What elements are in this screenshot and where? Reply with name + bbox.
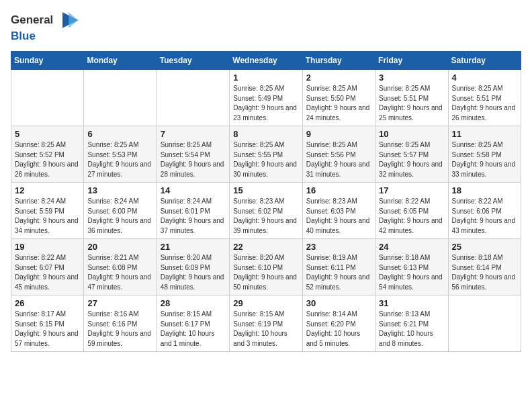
calendar-week-row: 26 Sunrise: 8:17 AM Sunset: 6:15 PM Dayl…: [11, 295, 521, 352]
calendar-cell: 12 Sunrise: 8:24 AM Sunset: 5:59 PM Dayl…: [11, 183, 84, 239]
day-info: Sunrise: 8:25 AM Sunset: 5:53 PM Dayligh…: [87, 140, 152, 179]
sunrise-text: Sunrise: 8:25 AM: [306, 141, 357, 148]
day-info: Sunrise: 8:15 AM Sunset: 6:17 PM Dayligh…: [161, 310, 226, 349]
day-info: Sunrise: 8:22 AM Sunset: 6:06 PM Dayligh…: [452, 197, 517, 236]
sunrise-text: Sunrise: 8:25 AM: [233, 141, 284, 148]
sunrise-text: Sunrise: 8:25 AM: [452, 141, 503, 148]
day-number: 17: [379, 185, 444, 195]
calendar-cell: 1 Sunrise: 8:25 AM Sunset: 5:49 PM Dayli…: [230, 70, 302, 126]
daylight-text: Daylight: 9 hours and 25 minutes.: [379, 104, 443, 122]
sunrise-text: Sunrise: 8:25 AM: [161, 141, 212, 148]
sunrise-text: Sunrise: 8:23 AM: [233, 197, 284, 205]
day-number: 14: [161, 185, 226, 195]
day-info: Sunrise: 8:22 AM Sunset: 6:05 PM Dayligh…: [379, 197, 444, 236]
sunset-text: Sunset: 5:59 PM: [15, 208, 64, 215]
logo-general-text: General: [11, 13, 53, 27]
sunrise-text: Sunrise: 8:25 AM: [87, 141, 138, 148]
calendar-week-row: 1 Sunrise: 8:25 AM Sunset: 5:49 PM Dayli…: [11, 70, 521, 126]
sunset-text: Sunset: 5:58 PM: [452, 151, 502, 158]
day-info: Sunrise: 8:25 AM Sunset: 5:58 PM Dayligh…: [452, 140, 517, 179]
logo-icon: [54, 11, 80, 30]
daylight-text: Daylight: 9 hours and 43 minutes.: [452, 217, 516, 234]
sunset-text: Sunset: 6:07 PM: [15, 264, 64, 271]
calendar-cell: 13 Sunrise: 8:24 AM Sunset: 6:00 PM Dayl…: [84, 183, 157, 239]
daylight-text: Daylight: 9 hours and 34 minutes.: [15, 217, 79, 234]
day-info: Sunrise: 8:25 AM Sunset: 5:56 PM Dayligh…: [306, 140, 371, 179]
sunset-text: Sunset: 6:21 PM: [379, 320, 429, 328]
day-info: Sunrise: 8:25 AM Sunset: 5:50 PM Dayligh…: [306, 84, 371, 123]
daylight-text: Daylight: 9 hours and 31 minutes.: [306, 161, 370, 178]
day-number: 13: [87, 185, 152, 195]
daylight-text: Daylight: 9 hours and 48 minutes.: [161, 273, 224, 291]
day-number: 22: [233, 242, 298, 252]
daylight-text: Daylight: 9 hours and 57 minutes.: [15, 330, 79, 347]
sunset-text: Sunset: 6:09 PM: [161, 264, 210, 271]
sunset-text: Sunset: 5:55 PM: [233, 151, 283, 158]
calendar-cell: 19 Sunrise: 8:22 AM Sunset: 6:07 PM Dayl…: [11, 239, 84, 295]
daylight-text: Daylight: 9 hours and 42 minutes.: [379, 217, 443, 234]
day-number: 5: [15, 129, 80, 139]
day-number: 18: [452, 185, 517, 195]
sunset-text: Sunset: 6:17 PM: [161, 320, 210, 328]
sunrise-text: Sunrise: 8:22 AM: [452, 197, 503, 205]
daylight-text: Daylight: 9 hours and 37 minutes.: [161, 217, 224, 234]
sunset-text: Sunset: 6:13 PM: [379, 264, 429, 271]
calendar-week-row: 12 Sunrise: 8:24 AM Sunset: 5:59 PM Dayl…: [11, 183, 521, 239]
sunset-text: Sunset: 6:10 PM: [233, 264, 283, 271]
weekday-header-cell: Friday: [375, 52, 448, 70]
calendar-cell: 20 Sunrise: 8:21 AM Sunset: 6:08 PM Dayl…: [84, 239, 157, 295]
daylight-text: Daylight: 9 hours and 56 minutes.: [452, 273, 516, 291]
sunset-text: Sunset: 6:16 PM: [87, 320, 137, 328]
daylight-text: Daylight: 9 hours and 33 minutes.: [452, 161, 516, 178]
sunrise-text: Sunrise: 8:22 AM: [15, 254, 66, 261]
weekday-header-cell: Thursday: [302, 52, 375, 70]
daylight-text: Daylight: 9 hours and 50 minutes.: [233, 273, 297, 291]
day-info: Sunrise: 8:14 AM Sunset: 6:20 PM Dayligh…: [306, 310, 371, 349]
sunrise-text: Sunrise: 8:18 AM: [379, 254, 430, 261]
day-info: Sunrise: 8:24 AM Sunset: 6:00 PM Dayligh…: [87, 197, 152, 236]
day-number: 2: [306, 73, 371, 83]
calendar-cell: 23 Sunrise: 8:19 AM Sunset: 6:11 PM Dayl…: [302, 239, 375, 295]
calendar-cell: [448, 295, 521, 352]
sunrise-text: Sunrise: 8:25 AM: [15, 141, 66, 148]
calendar-cell: 14 Sunrise: 8:24 AM Sunset: 6:01 PM Dayl…: [157, 183, 229, 239]
day-number: 11: [452, 129, 517, 139]
day-number: 7: [161, 129, 226, 139]
day-info: Sunrise: 8:15 AM Sunset: 6:19 PM Dayligh…: [233, 310, 298, 349]
sunset-text: Sunset: 6:03 PM: [306, 208, 356, 215]
calendar-cell: 16 Sunrise: 8:23 AM Sunset: 6:03 PM Dayl…: [302, 183, 375, 239]
day-info: Sunrise: 8:18 AM Sunset: 6:14 PM Dayligh…: [452, 253, 517, 292]
sunrise-text: Sunrise: 8:14 AM: [306, 310, 357, 318]
daylight-text: Daylight: 9 hours and 52 minutes.: [306, 273, 370, 291]
calendar-cell: [84, 70, 157, 126]
day-number: 25: [452, 242, 517, 252]
sunrise-text: Sunrise: 8:25 AM: [306, 85, 357, 92]
sunset-text: Sunset: 6:20 PM: [306, 320, 356, 328]
daylight-text: Daylight: 9 hours and 30 minutes.: [233, 161, 297, 178]
day-info: Sunrise: 8:24 AM Sunset: 6:01 PM Dayligh…: [161, 197, 226, 236]
sunrise-text: Sunrise: 8:17 AM: [15, 310, 66, 318]
calendar-cell: 30 Sunrise: 8:14 AM Sunset: 6:20 PM Dayl…: [302, 295, 375, 352]
day-info: Sunrise: 8:19 AM Sunset: 6:11 PM Dayligh…: [306, 253, 371, 292]
sunrise-text: Sunrise: 8:19 AM: [306, 254, 357, 261]
daylight-text: Daylight: 9 hours and 39 minutes.: [233, 217, 297, 234]
day-info: Sunrise: 8:21 AM Sunset: 6:08 PM Dayligh…: [87, 253, 152, 292]
calendar-cell: 10 Sunrise: 8:25 AM Sunset: 5:57 PM Dayl…: [375, 126, 448, 183]
daylight-text: Daylight: 10 hours and 1 minute.: [161, 330, 215, 347]
sunset-text: Sunset: 6:15 PM: [15, 320, 64, 328]
day-info: Sunrise: 8:23 AM Sunset: 6:03 PM Dayligh…: [306, 197, 371, 236]
sunset-text: Sunset: 6:00 PM: [87, 208, 137, 215]
sunset-text: Sunset: 6:08 PM: [87, 264, 137, 271]
sunrise-text: Sunrise: 8:21 AM: [87, 254, 138, 261]
calendar-cell: 7 Sunrise: 8:25 AM Sunset: 5:54 PM Dayli…: [157, 126, 229, 183]
sunset-text: Sunset: 6:14 PM: [452, 264, 502, 271]
day-number: 23: [306, 242, 371, 252]
sunset-text: Sunset: 5:50 PM: [306, 95, 356, 102]
sunset-text: Sunset: 5:51 PM: [452, 95, 502, 102]
day-info: Sunrise: 8:22 AM Sunset: 6:07 PM Dayligh…: [15, 253, 80, 292]
daylight-text: Daylight: 10 hours and 5 minutes.: [306, 330, 361, 347]
sunset-text: Sunset: 5:56 PM: [306, 151, 356, 158]
sunrise-text: Sunrise: 8:25 AM: [379, 85, 430, 92]
day-number: 24: [379, 242, 444, 252]
day-info: Sunrise: 8:25 AM Sunset: 5:52 PM Dayligh…: [15, 140, 80, 179]
